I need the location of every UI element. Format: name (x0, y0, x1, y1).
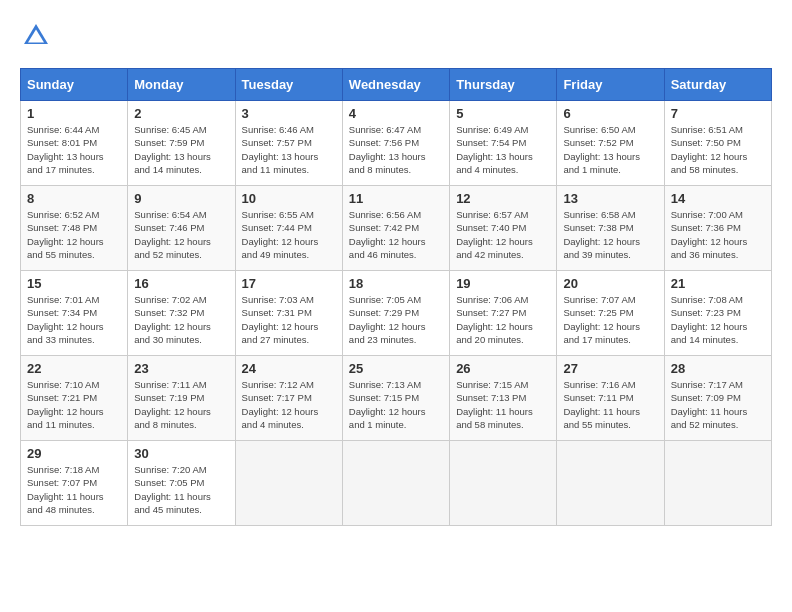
calendar-day-cell: 8 Sunrise: 6:52 AM Sunset: 7:48 PM Dayli… (21, 186, 128, 271)
calendar-day-cell: 21 Sunrise: 7:08 AM Sunset: 7:23 PM Dayl… (664, 271, 771, 356)
day-number: 13 (563, 191, 657, 206)
sunset: Sunset: 7:54 PM (456, 137, 526, 148)
sunrise: Sunrise: 6:56 AM (349, 209, 421, 220)
day-info: Sunrise: 7:01 AM Sunset: 7:34 PM Dayligh… (27, 293, 121, 346)
daylight: Daylight: 12 hours and 42 minutes. (456, 236, 533, 260)
sunrise: Sunrise: 7:11 AM (134, 379, 206, 390)
day-number: 8 (27, 191, 121, 206)
calendar-day-cell: 25 Sunrise: 7:13 AM Sunset: 7:15 PM Dayl… (342, 356, 449, 441)
calendar-day-cell: 6 Sunrise: 6:50 AM Sunset: 7:52 PM Dayli… (557, 101, 664, 186)
sunset: Sunset: 7:21 PM (27, 392, 97, 403)
day-number: 21 (671, 276, 765, 291)
sunset: Sunset: 7:23 PM (671, 307, 741, 318)
calendar-day-cell: 10 Sunrise: 6:55 AM Sunset: 7:44 PM Dayl… (235, 186, 342, 271)
sunset: Sunset: 7:07 PM (27, 477, 97, 488)
day-info: Sunrise: 7:18 AM Sunset: 7:07 PM Dayligh… (27, 463, 121, 516)
day-of-week-header: Saturday (664, 69, 771, 101)
sunrise: Sunrise: 7:10 AM (27, 379, 99, 390)
calendar-day-cell: 18 Sunrise: 7:05 AM Sunset: 7:29 PM Dayl… (342, 271, 449, 356)
sunrise: Sunrise: 6:45 AM (134, 124, 206, 135)
day-info: Sunrise: 6:57 AM Sunset: 7:40 PM Dayligh… (456, 208, 550, 261)
calendar-day-cell: 20 Sunrise: 7:07 AM Sunset: 7:25 PM Dayl… (557, 271, 664, 356)
sunrise: Sunrise: 6:51 AM (671, 124, 743, 135)
daylight: Daylight: 12 hours and 30 minutes. (134, 321, 211, 345)
calendar-day-cell (235, 441, 342, 526)
calendar-day-cell (664, 441, 771, 526)
day-info: Sunrise: 6:50 AM Sunset: 7:52 PM Dayligh… (563, 123, 657, 176)
day-info: Sunrise: 6:58 AM Sunset: 7:38 PM Dayligh… (563, 208, 657, 261)
sunrise: Sunrise: 7:05 AM (349, 294, 421, 305)
calendar-day-cell (342, 441, 449, 526)
sunrise: Sunrise: 6:58 AM (563, 209, 635, 220)
calendar-week-row: 22 Sunrise: 7:10 AM Sunset: 7:21 PM Dayl… (21, 356, 772, 441)
daylight: Daylight: 13 hours and 17 minutes. (27, 151, 104, 175)
sunrise: Sunrise: 7:18 AM (27, 464, 99, 475)
calendar-day-cell: 5 Sunrise: 6:49 AM Sunset: 7:54 PM Dayli… (450, 101, 557, 186)
sunset: Sunset: 7:32 PM (134, 307, 204, 318)
day-number: 26 (456, 361, 550, 376)
day-number: 16 (134, 276, 228, 291)
daylight: Daylight: 12 hours and 58 minutes. (671, 151, 748, 175)
day-info: Sunrise: 6:55 AM Sunset: 7:44 PM Dayligh… (242, 208, 336, 261)
day-number: 30 (134, 446, 228, 461)
day-number: 2 (134, 106, 228, 121)
daylight: Daylight: 12 hours and 14 minutes. (671, 321, 748, 345)
day-info: Sunrise: 7:17 AM Sunset: 7:09 PM Dayligh… (671, 378, 765, 431)
sunrise: Sunrise: 7:00 AM (671, 209, 743, 220)
day-info: Sunrise: 7:06 AM Sunset: 7:27 PM Dayligh… (456, 293, 550, 346)
sunrise: Sunrise: 6:55 AM (242, 209, 314, 220)
day-number: 17 (242, 276, 336, 291)
daylight: Daylight: 12 hours and 55 minutes. (27, 236, 104, 260)
calendar-day-cell (450, 441, 557, 526)
daylight: Daylight: 12 hours and 36 minutes. (671, 236, 748, 260)
day-info: Sunrise: 7:11 AM Sunset: 7:19 PM Dayligh… (134, 378, 228, 431)
sunset: Sunset: 7:44 PM (242, 222, 312, 233)
day-info: Sunrise: 7:10 AM Sunset: 7:21 PM Dayligh… (27, 378, 121, 431)
calendar-day-cell: 11 Sunrise: 6:56 AM Sunset: 7:42 PM Dayl… (342, 186, 449, 271)
day-info: Sunrise: 6:54 AM Sunset: 7:46 PM Dayligh… (134, 208, 228, 261)
sunrise: Sunrise: 6:57 AM (456, 209, 528, 220)
daylight: Daylight: 11 hours and 52 minutes. (671, 406, 748, 430)
sunset: Sunset: 7:56 PM (349, 137, 419, 148)
day-number: 9 (134, 191, 228, 206)
day-number: 15 (27, 276, 121, 291)
day-of-week-header: Monday (128, 69, 235, 101)
day-number: 24 (242, 361, 336, 376)
sunrise: Sunrise: 6:50 AM (563, 124, 635, 135)
daylight: Daylight: 11 hours and 45 minutes. (134, 491, 211, 515)
sunset: Sunset: 7:50 PM (671, 137, 741, 148)
sunrise: Sunrise: 6:54 AM (134, 209, 206, 220)
day-info: Sunrise: 7:00 AM Sunset: 7:36 PM Dayligh… (671, 208, 765, 261)
day-number: 25 (349, 361, 443, 376)
day-number: 19 (456, 276, 550, 291)
day-number: 7 (671, 106, 765, 121)
daylight: Daylight: 13 hours and 1 minute. (563, 151, 640, 175)
sunset: Sunset: 7:15 PM (349, 392, 419, 403)
calendar-day-cell: 16 Sunrise: 7:02 AM Sunset: 7:32 PM Dayl… (128, 271, 235, 356)
calendar-day-cell: 17 Sunrise: 7:03 AM Sunset: 7:31 PM Dayl… (235, 271, 342, 356)
calendar-table: SundayMondayTuesdayWednesdayThursdayFrid… (20, 68, 772, 526)
sunset: Sunset: 7:31 PM (242, 307, 312, 318)
daylight: Daylight: 12 hours and 23 minutes. (349, 321, 426, 345)
calendar-day-cell: 14 Sunrise: 7:00 AM Sunset: 7:36 PM Dayl… (664, 186, 771, 271)
daylight: Daylight: 11 hours and 58 minutes. (456, 406, 533, 430)
sunset: Sunset: 7:48 PM (27, 222, 97, 233)
day-number: 22 (27, 361, 121, 376)
calendar-day-cell: 3 Sunrise: 6:46 AM Sunset: 7:57 PM Dayli… (235, 101, 342, 186)
calendar-day-cell: 24 Sunrise: 7:12 AM Sunset: 7:17 PM Dayl… (235, 356, 342, 441)
calendar-week-row: 1 Sunrise: 6:44 AM Sunset: 8:01 PM Dayli… (21, 101, 772, 186)
day-info: Sunrise: 7:03 AM Sunset: 7:31 PM Dayligh… (242, 293, 336, 346)
sunrise: Sunrise: 7:06 AM (456, 294, 528, 305)
sunset: Sunset: 7:17 PM (242, 392, 312, 403)
sunset: Sunset: 7:11 PM (563, 392, 633, 403)
calendar-day-cell: 15 Sunrise: 7:01 AM Sunset: 7:34 PM Dayl… (21, 271, 128, 356)
day-number: 28 (671, 361, 765, 376)
daylight: Daylight: 11 hours and 48 minutes. (27, 491, 104, 515)
day-number: 4 (349, 106, 443, 121)
day-number: 10 (242, 191, 336, 206)
sunset: Sunset: 7:42 PM (349, 222, 419, 233)
daylight: Daylight: 12 hours and 39 minutes. (563, 236, 640, 260)
day-info: Sunrise: 7:20 AM Sunset: 7:05 PM Dayligh… (134, 463, 228, 516)
logo (20, 20, 56, 52)
calendar-day-cell: 12 Sunrise: 6:57 AM Sunset: 7:40 PM Dayl… (450, 186, 557, 271)
